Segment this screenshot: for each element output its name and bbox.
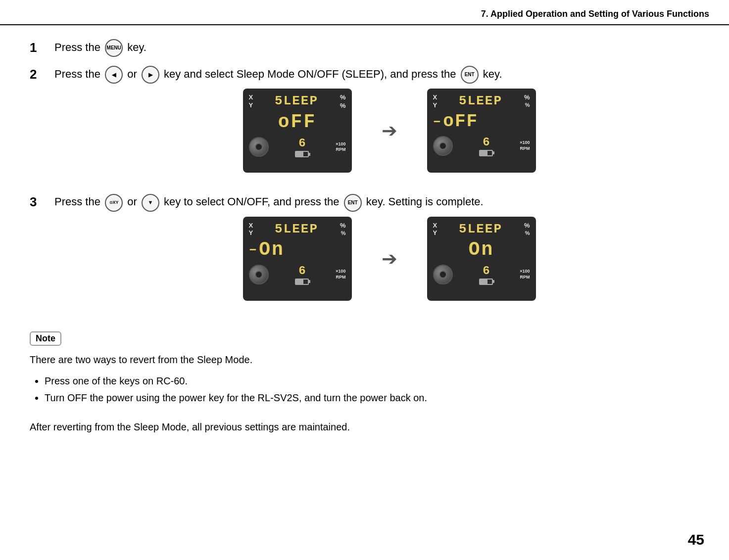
step-number-1: 1 [30,39,54,55]
lcd-sleep-3l: 5LEEP [253,222,340,236]
note-intro: There are two ways to revert from the Sl… [30,352,699,368]
lcd-knob-r [433,136,453,156]
lcd-off-value: oFF [249,111,346,133]
lcd-number-r: 6 [483,136,489,149]
note-label: Note [30,331,61,346]
lcd-panel-step3-right: XY 5LEEP % % On [427,217,536,301]
lcd-percent-r: % % [524,93,530,108]
lcd-number: 6 [298,137,305,150]
lcd-sleep-3r: 5LEEP [437,222,524,236]
lcd-bat-3l [295,279,309,285]
lcd-num-3r: 6 [483,264,489,278]
bullet-2: Turn OFF the power using the power key f… [45,389,699,406]
lcd-xy-label-r: XY [433,93,437,109]
lcd-xy-3l: XY [249,222,253,237]
lcd-num-3l: 6 [298,264,305,278]
lcd-rpm-r: ×100RPM [520,140,530,151]
step-2-displays: XY 5LEEP % % oFF [79,89,699,173]
lcd-rpm: ×100RPM [336,141,345,153]
page-title: 7. Applied Operation and Setting of Vari… [0,0,729,25]
step-number-3: 3 [30,193,54,210]
lcd-on-3l: On [259,239,285,260]
lcd-bat-3r [479,279,493,285]
lcd-dash-r: – [433,114,441,129]
step-3-displays: XY 5LEEP % % – On [79,217,699,301]
arrow-right-button[interactable]: ▶ [142,66,159,84]
bullet-1: Press one of the keys on RC-60. [45,373,699,389]
lcd-off-value-r: oFF [443,111,478,132]
lcd-rpm-3r: ×100RPM [520,269,530,280]
lcd-percent: % % [340,93,346,109]
display-arrow-2: ➔ [382,248,397,270]
menu-button[interactable]: MENU [105,39,123,57]
page-number: 45 [688,531,704,548]
lcd-xy-3r: XY [433,222,437,237]
display-arrow-1: ➔ [382,120,397,141]
arrow-left-button[interactable]: ◀ [105,66,123,84]
arrow-down-button[interactable]: ▼ [142,194,159,212]
step-1: 1 Press the MENU key. [30,39,699,57]
lcd-rpm-3l: ×100RPM [336,269,345,280]
ent-button-2[interactable]: ENT [461,66,479,84]
step-3: 3 Press the ⊙XY or ▼ key to select ON/OF… [30,193,699,312]
lcd-xy-label: XY [249,93,253,109]
note-footer: After reverting from the Sleep Mode, all… [30,419,699,435]
step-1-text: Press the MENU key. [54,39,699,57]
step-2-text: Press the ◀ or ▶ key and select Sleep Mo… [54,66,699,84]
lcd-pct-3r: % % [524,222,530,236]
step-2: 2 Press the ◀ or ▶ key and select Sleep … [30,66,699,185]
lcd-knob [249,137,269,157]
lcd-knob-3l [249,265,269,284]
lcd-battery [295,151,309,157]
lcd-sleep-text-r: 5LEEP [437,93,524,108]
step-number-2: 2 [30,66,54,82]
lcd-dash-3l: – [249,242,257,257]
lcd-knob-3r [433,265,453,284]
note-bullets: Press one of the keys on RC-60. Turn OFF… [45,373,699,406]
lcd-battery-r [479,150,493,156]
lcd-pct-3l: % % [340,222,346,236]
lcd-panel-step2-left: XY 5LEEP % % oFF [243,89,352,173]
lcd-on-3r: On [469,239,494,260]
xy-button[interactable]: ⊙XY [105,194,123,212]
lcd-panel-step3-left: XY 5LEEP % % – On [243,217,352,301]
header-title: 7. Applied Operation and Setting of Vari… [481,9,709,19]
step-3-text: Press the ⊙XY or ▼ key to select ON/OFF,… [54,193,699,211]
lcd-sleep-text: 5LEEP [253,93,340,108]
lcd-panel-step2-right: XY 5LEEP % % – oFF [427,89,536,173]
note-section: Note There are two ways to revert from t… [30,327,699,435]
ent-button-3[interactable]: ENT [344,194,362,212]
